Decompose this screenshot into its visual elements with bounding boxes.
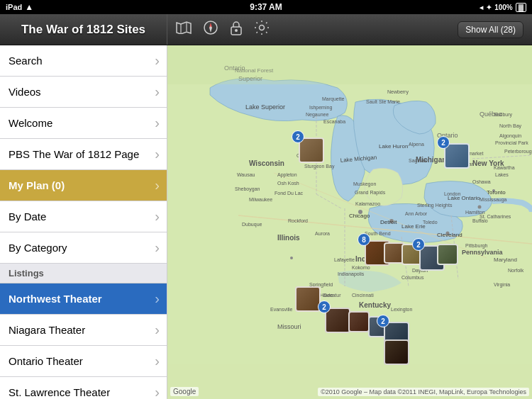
sidebar-item-bycategory[interactable]: By Category (0, 232, 167, 264)
svg-text:Lake Superior: Lake Superior (245, 103, 285, 111)
map-background: Lake Superior Lake Michigan Lake Huron L… (167, 45, 532, 399)
map-pin-badge-9: 2 (318, 300, 331, 313)
lock-icon[interactable] (230, 20, 243, 39)
svg-text:Alpena: Alpena (409, 142, 424, 147)
svg-text:Kalamazoo: Kalamazoo (355, 201, 380, 206)
app-header: The War of 1812 Sites (0, 14, 532, 45)
sidebar-item-pbs[interactable]: PBS The War of 1812 Page (0, 139, 167, 170)
sidebar-item-stlawrence[interactable]: St. Lawrence Theater (0, 377, 167, 399)
svg-text:Chicago: Chicago (349, 213, 370, 219)
svg-text:Sturgeon Bay: Sturgeon Bay (304, 164, 335, 169)
header-toolbar: Show All (28) (167, 20, 532, 39)
google-watermark: Google (170, 387, 199, 396)
map-pin-badge-6: 2 (412, 238, 425, 251)
svg-text:Toronto: Toronto (487, 189, 506, 196)
sidebar-item-search[interactable]: Search (0, 45, 167, 77)
svg-text:Lakes: Lakes (495, 172, 509, 177)
svg-text:Kentucky: Kentucky (359, 301, 391, 309)
map-pin-9[interactable] (325, 308, 350, 333)
sidebar-label-stlawrence: St. Lawrence Theater (9, 386, 110, 398)
svg-text:Aurora: Aurora (315, 231, 330, 236)
sidebar-section-label: Listings (9, 268, 44, 279)
svg-text:Newberry: Newberry (387, 89, 409, 95)
svg-text:Decatur: Decatur (323, 293, 341, 298)
svg-text:Indianapolis: Indianapolis (338, 271, 365, 277)
svg-text:Sudbury: Sudbury (494, 112, 513, 118)
svg-text:Algonquin: Algonquin (499, 133, 521, 139)
settings-icon[interactable] (254, 20, 270, 39)
svg-text:Evansville: Evansville (270, 307, 293, 312)
svg-text:Cleveland: Cleveland (437, 232, 462, 238)
svg-point-5 (260, 26, 265, 30)
map-pin-10[interactable] (348, 311, 370, 332)
battery-label: 100% (494, 4, 513, 11)
google-label: Google (173, 388, 196, 395)
svg-text:Ishpeming: Ishpeming (309, 105, 332, 111)
svg-text:Ann Arbor: Ann Arbor (405, 211, 428, 216)
map-pin-1[interactable] (299, 137, 324, 163)
sidebar-label-welcome: Welcome (9, 117, 52, 129)
map-pin-badge-2: 2 (437, 136, 450, 149)
map-container[interactable]: Lake Superior Lake Michigan Lake Huron L… (167, 45, 532, 399)
svg-text:Grand Rapids: Grand Rapids (355, 190, 386, 196)
svg-text:Columbus: Columbus (401, 275, 424, 280)
sidebar-label-ontario: Ontario Theater (9, 355, 83, 367)
location-icon: ◂ (480, 4, 483, 11)
svg-point-20 (290, 257, 293, 259)
status-right: ◂ ✦ 100% ▓ (480, 3, 526, 12)
svg-text:Pittsburgh: Pittsburgh (465, 243, 488, 249)
svg-text:Oshawa: Oshawa (472, 179, 491, 184)
map-pin-2[interactable] (444, 143, 470, 169)
bluetooth-icon: ✦ (486, 4, 492, 11)
svg-text:Lake Huron: Lake Huron (379, 143, 408, 150)
svg-text:Norfolk: Norfolk (508, 268, 524, 273)
svg-text:Missouri: Missouri (277, 323, 301, 330)
svg-text:Negaunee: Negaunee (306, 112, 328, 118)
compass-icon[interactable] (203, 20, 218, 39)
svg-text:Sault Ste Marie: Sault Ste Marie (366, 99, 400, 104)
map-pin-8[interactable] (295, 286, 321, 312)
svg-text:Wisconsin: Wisconsin (249, 159, 284, 167)
svg-text:Kokomo: Kokomo (352, 265, 370, 270)
sidebar-label-bydate: By Date (9, 210, 46, 223)
svg-text:St. Catharines: St. Catharines (480, 214, 511, 219)
svg-text:Virginia: Virginia (494, 282, 510, 288)
map-icon[interactable] (176, 21, 192, 38)
sidebar-item-videos[interactable]: Videos (0, 77, 167, 108)
svg-text:Escanaba: Escanaba (323, 119, 345, 124)
sidebar-item-welcome[interactable]: Welcome (0, 108, 167, 139)
map-copyright: ©2010 Google – Map data ©2011 INEGI, Map… (318, 388, 529, 396)
svg-point-4 (235, 29, 238, 32)
map-pin-7[interactable] (437, 244, 458, 265)
svg-text:Provincial Park: Provincial Park (495, 140, 528, 145)
map-pin-13[interactable] (384, 339, 409, 365)
svg-rect-41 (167, 45, 532, 84)
sidebar-label-videos: Videos (9, 86, 41, 98)
svg-text:Osh Kosh: Osh Kosh (277, 181, 299, 186)
battery-icon: ▓ (516, 3, 526, 12)
status-bar: iPad ▲ 9:37 AM ◂ ✦ 100% ▓ (0, 0, 532, 14)
svg-text:Sterling Heights: Sterling Heights (417, 203, 453, 208)
svg-text:Rockford: Rockford (288, 218, 308, 223)
svg-text:Maryland: Maryland (494, 257, 517, 263)
sidebar-item-myplan[interactable]: My Plan (0) (0, 170, 167, 201)
map-pin-badge-3: 8 (358, 233, 370, 246)
svg-text:Cincinnati: Cincinnati (352, 293, 374, 298)
svg-text:Illinois: Illinois (277, 234, 300, 242)
svg-text:Appleton: Appleton (277, 172, 297, 178)
sidebar-item-northwest[interactable]: Northwest Theater (0, 283, 167, 315)
show-all-button[interactable]: Show All (28) (458, 21, 523, 38)
sidebar: Search Videos Welcome PBS The War of 181… (0, 45, 167, 399)
sidebar-item-niagara[interactable]: Niagara Theater (0, 315, 167, 346)
svg-text:Buffalo: Buffalo (472, 218, 488, 223)
sidebar-label-niagara: Niagara Theater (9, 324, 85, 336)
sidebar-item-bydate[interactable]: By Date (0, 201, 167, 232)
svg-text:Peterborough: Peterborough (504, 149, 532, 154)
svg-text:Detroit: Detroit (380, 219, 397, 225)
svg-text:Lafayette: Lafayette (334, 257, 355, 263)
svg-text:Mississauga: Mississauga (480, 197, 507, 203)
sidebar-item-ontario[interactable]: Ontario Theater (0, 346, 167, 377)
sidebar-label-northwest: Northwest Theater (9, 293, 102, 305)
svg-text:Dubuque: Dubuque (242, 222, 262, 227)
svg-text:Wausau: Wausau (237, 172, 255, 177)
